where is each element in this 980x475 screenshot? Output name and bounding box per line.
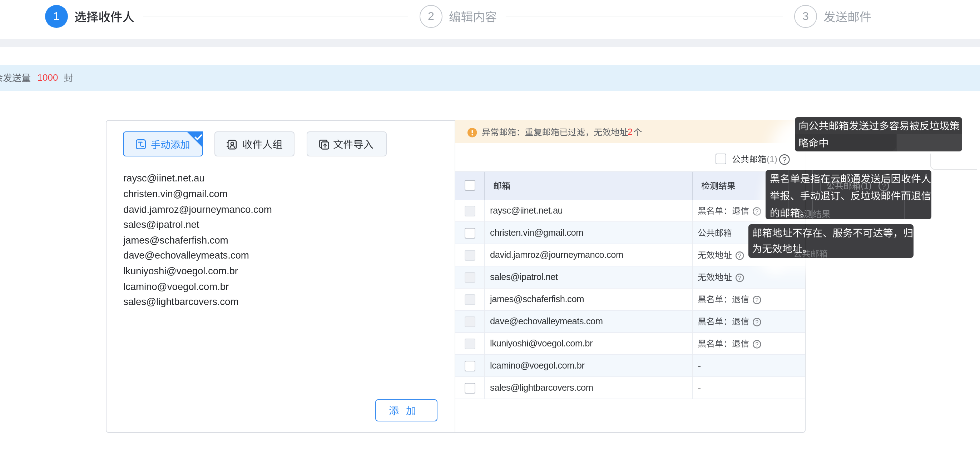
svg-text:?: ? (755, 341, 759, 348)
svg-text:?: ? (755, 319, 759, 326)
svg-text:?: ? (738, 274, 741, 281)
svg-text:?: ? (782, 156, 787, 164)
svg-text:?: ? (738, 252, 741, 259)
svg-text:?: ? (755, 296, 759, 303)
svg-text:?: ? (755, 208, 759, 214)
